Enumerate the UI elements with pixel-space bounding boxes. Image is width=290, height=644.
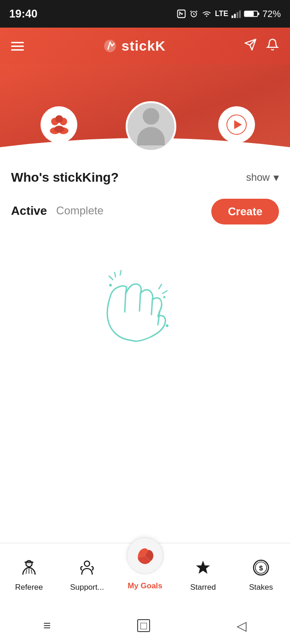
stakes-label: Stakes — [249, 583, 273, 592]
system-back-icon[interactable]: ◁ — [237, 618, 247, 633]
app-logo: stickK — [102, 38, 166, 54]
my-goals-circle — [127, 537, 163, 574]
tabs-left: Active Complete — [11, 204, 104, 220]
nfc-icon — [176, 9, 186, 19]
avatar-person — [137, 108, 165, 145]
tabs-row: Active Complete Create — [11, 199, 279, 224]
communities-svg-icon — [46, 112, 72, 138]
wifi-icon — [201, 9, 212, 18]
nav-item-starred[interactable]: Starred — [174, 559, 232, 592]
communities-item[interactable]: Communities — [35, 106, 83, 156]
communities-icon-circle — [41, 106, 77, 143]
referee-svg-icon — [20, 559, 38, 576]
show-button[interactable]: show ▾ — [246, 171, 279, 184]
starred-label: Starred — [190, 583, 216, 592]
show-label: show — [246, 172, 270, 184]
svg-marker-27 — [196, 560, 210, 574]
send-button[interactable] — [244, 38, 257, 54]
nav-item-referee[interactable]: Referee — [0, 559, 58, 592]
avatar-body — [137, 127, 165, 145]
logo-icon — [102, 38, 118, 54]
my-goals-logo-icon — [134, 545, 156, 566]
create-button[interactable]: Create — [211, 199, 279, 224]
whos-sticking-title: Who's stickKing? — [11, 170, 119, 185]
system-menu-icon[interactable]: ≡ — [43, 618, 51, 633]
referee-icon — [20, 559, 38, 580]
svg-rect-8 — [245, 12, 254, 16]
support-svg-icon — [78, 559, 96, 576]
status-icons: LTE 72% — [176, 9, 281, 19]
hero-banner: Communities stickKFlic — [0, 64, 290, 156]
status-time: 19:40 — [9, 7, 37, 20]
nav-item-my-goals[interactable]: My Goals — [116, 537, 174, 586]
svg-rect-4 — [237, 12, 238, 18]
profile-avatar[interactable] — [126, 101, 176, 152]
svg-text:$: $ — [259, 564, 263, 571]
support-label: Support... — [70, 583, 104, 592]
signal-icon — [231, 9, 241, 18]
referee-label: Referee — [15, 583, 43, 592]
svg-marker-16 — [234, 120, 242, 129]
battery-icon — [244, 9, 260, 18]
header-actions — [244, 38, 279, 54]
svg-point-14 — [54, 126, 64, 132]
coin-svg-icon: $ — [252, 559, 270, 576]
stickflic-item[interactable]: stickKFlic — [218, 106, 255, 156]
svg-rect-7 — [258, 12, 259, 15]
whos-sticking-section: Who's stickKing? show ▾ — [11, 170, 279, 185]
star-svg-icon — [194, 559, 212, 576]
support-icon — [78, 559, 96, 580]
hero-icons-row: Communities stickKFlic — [0, 106, 290, 156]
bell-icon — [266, 38, 279, 51]
empty-state — [11, 238, 279, 367]
svg-rect-3 — [234, 14, 236, 18]
svg-point-17 — [109, 284, 112, 287]
svg-point-11 — [55, 115, 63, 122]
starred-icon — [194, 559, 212, 580]
avatar-head — [143, 108, 159, 125]
logo-text: stickK — [122, 38, 166, 54]
stickflic-play-icon — [226, 115, 247, 135]
menu-button[interactable] — [11, 42, 24, 51]
svg-line-25 — [31, 569, 32, 574]
stickflic-icon-circle — [218, 106, 255, 143]
svg-point-26 — [84, 561, 89, 566]
svg-rect-2 — [232, 16, 233, 18]
svg-point-18 — [166, 324, 168, 327]
chevron-down-icon: ▾ — [273, 171, 279, 184]
app-header: stickK — [0, 28, 290, 64]
tab-complete[interactable]: Complete — [56, 204, 104, 219]
tab-active[interactable]: Active — [11, 204, 47, 220]
stickflic-label: stickKFlic — [219, 147, 254, 156]
svg-rect-5 — [239, 11, 241, 18]
system-home-icon[interactable]: □ — [137, 619, 150, 632]
nav-item-stakes[interactable]: $ Stakes — [232, 559, 290, 592]
nav-item-support[interactable]: Support... — [58, 559, 116, 592]
bottom-nav: Referee Support... My Goals — [0, 543, 290, 607]
stakes-icon: $ — [252, 559, 270, 580]
my-goals-label: My Goals — [128, 581, 162, 591]
notification-button[interactable] — [266, 38, 279, 54]
svg-rect-22 — [25, 561, 34, 563]
svg-point-19 — [163, 296, 166, 299]
main-content: Who's stickKing? show ▾ Active Complete … — [0, 156, 290, 367]
lte-indicator: LTE — [215, 10, 228, 18]
snap-illustration-svg — [85, 257, 205, 358]
battery-percent: 72% — [262, 9, 281, 19]
system-nav: ≡ □ ◁ — [0, 607, 290, 644]
communities-label: Communities — [35, 147, 83, 156]
alarm-icon — [189, 9, 198, 18]
send-icon — [244, 38, 257, 51]
status-bar: 19:40 LTE 72% — [0, 0, 290, 28]
svg-line-23 — [26, 569, 27, 574]
